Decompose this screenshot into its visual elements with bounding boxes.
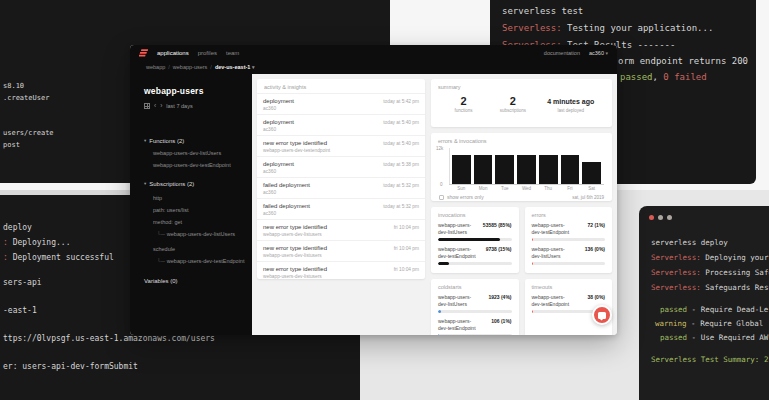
dashboard-header: applications profiles team documentation… xyxy=(130,45,617,60)
summary-last-deployed: 4 minutes ago last deployed xyxy=(538,95,605,113)
tab-team[interactable]: team xyxy=(226,50,239,56)
sidebar-item-schedule[interactable]: schedule xyxy=(144,246,244,252)
activity-item[interactable]: new error type identified webapp-users-d… xyxy=(257,135,425,156)
terminal-line: deploy xyxy=(3,223,32,233)
activity-item[interactable]: new error type identified webapp-users-d… xyxy=(257,219,425,240)
terminal-line: Serverless: Processing Safeg xyxy=(651,268,769,277)
tab-profiles[interactable]: profiles xyxy=(198,50,217,56)
metric-bar xyxy=(438,334,512,336)
stage-selector[interactable]: dev-us-east-1 ▾ xyxy=(215,64,255,70)
functions-section-header[interactable]: ▾ Functions (2) xyxy=(144,138,244,144)
tree-elbow-icon: └─ xyxy=(157,231,165,237)
chat-icon xyxy=(598,312,606,319)
next-arrow-icon[interactable]: › xyxy=(160,103,162,110)
terminal-text: - Require Global xyxy=(687,319,768,328)
function-name: webapp-users-dev-testEndpoint xyxy=(532,294,575,307)
activity-item[interactable]: deployment ac360 today at 5:40 pm xyxy=(257,114,425,135)
activity-item[interactable]: failed deployment ac360 today at 5:32 pm xyxy=(257,177,425,198)
activity-card: activity & insights deployment ac360 tod… xyxy=(257,79,425,279)
metric-value: 53585 (85%) xyxy=(483,222,512,228)
activity-item[interactable]: new error type identified webapp-users-d… xyxy=(257,240,425,261)
section-label: Subscriptions (2) xyxy=(149,181,194,187)
metric-value: 1923 (4%) xyxy=(488,294,511,300)
activity-time: fri 10:04 pm xyxy=(394,225,419,230)
minimize-window-icon[interactable] xyxy=(658,215,663,220)
chart-bar-sun: Sun xyxy=(452,148,471,192)
functions-label: functions xyxy=(439,108,488,113)
chat-button[interactable] xyxy=(592,305,612,325)
sidebar-item-http-path: path: users/list xyxy=(144,207,244,213)
terminal-text: - Require Dead-Le xyxy=(687,305,768,314)
coldstarts-rows: webapp-users-dev-listUsers 1923 (4%) web… xyxy=(431,293,519,335)
metric-bar xyxy=(438,238,512,242)
activity-item[interactable]: deployment ac360 today at 5:42 pm xyxy=(257,93,425,114)
metric-value: 72 (1%) xyxy=(587,222,605,228)
activity-item[interactable]: deployment ac360 today at 5:38 pm xyxy=(257,156,425,177)
serverless-prefix: Serverless: xyxy=(651,283,701,292)
coldstarts-card: coldstarts webapp-users-dev-listUsers 19… xyxy=(431,279,519,335)
date-range-label: last 7 days xyxy=(166,103,192,109)
failed-text: 0 failed xyxy=(663,72,706,82)
x-axis-label: Tue xyxy=(495,185,514,192)
function-name: webapp-users-dev-listUsers xyxy=(167,231,235,237)
sidebar-item-http-function[interactable]: └─webapp-users-dev-listUsers xyxy=(144,231,244,237)
documentation-link[interactable]: documentation xyxy=(544,50,580,56)
activity-time: today at 5:32 pm xyxy=(383,204,419,209)
activity-subtitle: ac360 xyxy=(263,190,419,195)
terminal-line: Serverless: Deploying your xyxy=(651,253,769,262)
metric-row: webapp-users-dev-listUsers 136 (0%) xyxy=(525,245,613,269)
close-window-icon[interactable] xyxy=(649,215,654,220)
prev-arrow-icon[interactable]: ‹ xyxy=(154,103,156,110)
breadcrumb-service[interactable]: webapp-users xyxy=(173,64,208,70)
tab-applications[interactable]: applications xyxy=(157,50,189,56)
chart-footer: show errors only sat, jul 6th 2019 xyxy=(439,194,604,200)
subscriptions-section-header[interactable]: ▾ Subscriptions (2) xyxy=(144,181,244,187)
zoom-window-icon[interactable] xyxy=(667,215,672,220)
sidebar-item-schedule-function[interactable]: └─webapp-users-dev-testEndpoint xyxy=(144,258,244,264)
last-deployed-value: 4 minutes ago xyxy=(538,95,605,107)
activity-subtitle: webapp-users-dev-testendpoint xyxy=(263,148,419,153)
function-name: webapp-users-dev-listUsers xyxy=(438,222,481,235)
section-label: Variables (0) xyxy=(144,278,178,284)
show-errors-only-checkbox[interactable] xyxy=(439,195,444,200)
sidebar-item-function[interactable]: webapp-users-dev-testEndpoint xyxy=(144,162,244,168)
chart-bar-fri: Fri xyxy=(561,148,580,192)
sidebar: webapp-users ‹ › last 7 days ▾ Functions… xyxy=(130,74,252,335)
terminal-line: : Deployment successful xyxy=(3,253,114,263)
error-stripe xyxy=(495,184,514,186)
metric-row: webapp-users-dev-listUsers 53585 (85%) xyxy=(431,221,519,245)
errors-header: errors xyxy=(525,207,613,221)
window-controls xyxy=(649,215,672,220)
chart-bar-sat: Sat xyxy=(582,148,601,192)
sidebar-item-http-method: method: get xyxy=(144,219,244,225)
activity-list: deployment ac360 today at 5:42 pm deploy… xyxy=(257,93,425,279)
terminal-line: serverless deploy xyxy=(651,238,728,247)
serverless-prefix: Serverless: xyxy=(502,23,562,33)
variables-section-header[interactable]: Variables (0) xyxy=(144,278,244,284)
terminal-line: -east-1 xyxy=(3,306,37,316)
show-errors-only-label: show errors only xyxy=(447,194,484,200)
serverless-logo-icon[interactable] xyxy=(139,49,148,57)
date-range-controls: ‹ › last 7 days xyxy=(144,103,244,110)
breadcrumb-app[interactable]: webapp xyxy=(146,64,165,70)
activity-item[interactable]: failed deployment ac360 today at 5:32 pm xyxy=(257,198,425,219)
activity-item[interactable]: new error type identified webapp-users-d… xyxy=(257,261,425,279)
error-stripe xyxy=(539,184,558,186)
breadcrumb-separator: / xyxy=(210,64,212,70)
user-menu[interactable]: ac360 ▾ xyxy=(589,50,608,56)
terminal-line: serverless test xyxy=(502,6,583,17)
grid-icon[interactable] xyxy=(144,103,150,109)
errors-invocations-card: errors & invocations 12k 0 SunMonTueWedT… xyxy=(431,133,612,201)
warning-text: warning xyxy=(655,319,687,328)
stats-grid: invocations webapp-users-dev-listUsers 5… xyxy=(431,207,612,335)
sidebar-item-http[interactable]: http xyxy=(144,195,244,201)
chevron-down-icon: ▾ xyxy=(144,181,146,186)
terminal-line: Serverless Test Summary: 2 xyxy=(651,355,768,364)
terminal-line: .createUser xyxy=(3,94,49,102)
terminal-text: Processing Safeg xyxy=(701,268,769,277)
chevron-down-icon: ▾ xyxy=(144,138,146,143)
terminal-line: ttps://0lvpsgf.us-east-1.amazonaws.com/u… xyxy=(3,334,215,344)
sidebar-item-function[interactable]: webapp-users-dev-listUsers xyxy=(144,150,244,156)
terminal-line: passed, 0 failed xyxy=(620,72,707,83)
terminal-text: Deploying... xyxy=(8,238,71,247)
